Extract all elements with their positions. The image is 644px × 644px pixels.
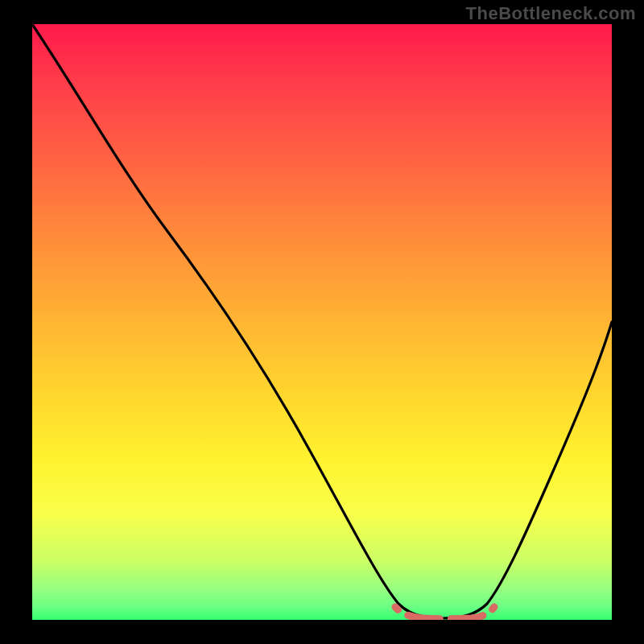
- watermark-text: TheBottleneck.com: [466, 3, 636, 24]
- plot-area: [32, 24, 612, 620]
- bottleneck-curve: [32, 24, 612, 618]
- bottleneck-curve-svg: [32, 24, 612, 620]
- chart-frame: TheBottleneck.com: [0, 0, 644, 644]
